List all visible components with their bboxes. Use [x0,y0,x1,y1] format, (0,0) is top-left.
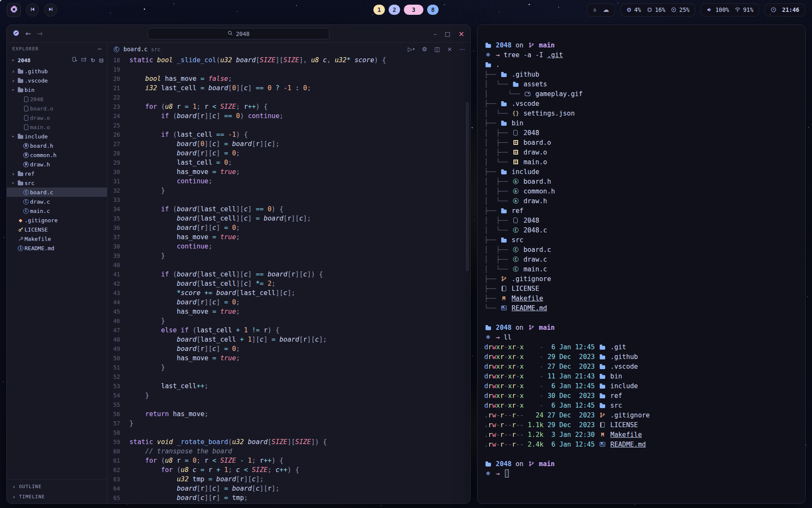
wifi-stat[interactable]: 91% [735,6,753,13]
outline-panel[interactable]: › OUTLINE [7,481,107,491]
launcher-button[interactable] [7,3,21,17]
workspace-1[interactable]: 1 [373,5,385,15]
workspace-3[interactable]: 3 [404,5,423,15]
tree-item-.github[interactable]: ›.github [7,66,107,76]
search-value: 2048 [236,30,250,37]
tree-item-board.c[interactable]: Cboard.c [7,188,107,197]
md-icon: M↓ [599,442,606,447]
code-line: 31 continue; [107,177,470,186]
tree-item-draw.h[interactable]: Hdraw.h [7,160,107,169]
close-button[interactable]: × [458,30,464,38]
split-editor-icon[interactable]: ◫ [434,46,440,52]
mfile-icon: M [599,432,606,438]
folder-icon [599,374,606,379]
code-line: 54 } [107,391,470,400]
editor-titlebar[interactable]: ← → 2048 – □ × [7,25,470,43]
system-stats-widget: ⚙ 4% 16% 25% [620,3,695,17]
chevron-right-icon[interactable]: › [10,68,16,75]
cc-icon: C [512,257,519,262]
chevron-right-icon: › [11,494,17,500]
code-line: 19 [107,65,470,74]
code-line: 23 for (u8 r = 1; r < SIZE; r++) { [107,102,470,111]
code-area[interactable]: 18static bool _slide_col(u32 board[SIZE]… [107,55,470,503]
volume-stat[interactable]: 100% [707,6,729,13]
weather-widget[interactable]: ☁ [587,3,615,17]
tree-item-bin[interactable]: ›bin [7,85,107,94]
disk-value: 25% [679,6,689,13]
collapse-folders-icon[interactable]: ⊟ [99,57,104,64]
run-file-button[interactable]: ▷▾ [408,46,414,52]
code-line: 22 [107,93,470,102]
editor-actions: ▷▾ ⚙ ◫ × ⋯ [408,46,465,52]
chevron-right-icon[interactable]: › [10,77,16,84]
code-line: 43 *score += board[last_cell][c]; [107,288,470,298]
refresh-icon[interactable]: ↻ [91,57,95,64]
code-line: 34 if (board[last_cell][c] == 0) { [107,204,470,214]
tree-item-ref[interactable]: ›ref [7,169,107,178]
project-root-item[interactable]: › 2048 ↻ ⊟ [7,55,107,66]
c-file-icon: C [112,47,120,52]
tab-board-c[interactable]: C board.c src [112,46,160,52]
topbar-right: ☁ ⚙ 4% 16% 25% [587,3,805,17]
tree-item-2048[interactable]: 2048 [7,94,107,104]
workspace-8[interactable]: 8 [427,5,439,15]
workspace-2[interactable]: 2 [389,5,400,15]
chevron-down-icon[interactable]: › [10,133,16,140]
nav-back-icon[interactable]: ← [25,30,31,38]
search-input[interactable]: 2048 [148,28,329,39]
settings-gear-icon[interactable]: ⚙ [422,46,427,52]
cpu-gear-icon: ⚙ [626,6,631,13]
tree-item-.gitignore[interactable]: ◆.gitignore [7,215,107,225]
close-editor-icon[interactable]: × [447,46,452,52]
clock-widget[interactable]: 21:46 [765,3,805,17]
tree-item-src[interactable]: ›src [7,178,107,188]
tree-item-include[interactable]: ›include [7,132,107,141]
topbar: 1238 ☁ ⚙ 4% 16% 25% [0,0,812,19]
code-line: 46 } [107,316,470,326]
code-line: 21 i32 last_cell = board[0][c] == 0 ? -1… [107,83,470,93]
terminal-line: │ ├── draw.o [484,147,797,157]
outline-label: OUTLINE [19,484,41,489]
tree-item-Makefile[interactable]: Makefile [7,234,107,243]
scrollbar[interactable] [466,102,469,271]
weather-drop-icon [593,7,597,13]
minimize-button[interactable]: – [434,30,437,37]
new-folder-icon[interactable] [81,57,87,64]
nav-forward-icon[interactable]: → [37,30,42,38]
media-prev-button[interactable] [26,3,39,17]
tree-item-board.o[interactable]: board.o [7,104,107,113]
tree-item-common.h[interactable]: Hcommon.h [7,150,107,160]
chevron-down-icon[interactable]: › [10,180,16,186]
tree-item-LICENSE[interactable]: LICENSE [7,225,107,234]
tree-item-README.md[interactable]: iREADME.md [7,243,107,253]
tree-item-.vscode[interactable]: ›.vscode [7,76,107,85]
chevron-right-icon[interactable]: › [10,171,16,177]
terminal-line: drwxr-xr-x - 30 Dec 2023 ref [484,391,797,400]
maximize-button[interactable]: □ [445,30,450,37]
media-next-button[interactable] [44,3,57,17]
speaker-icon [707,7,713,13]
cc-icon: C [512,266,519,272]
folder-icon [500,101,508,106]
code-line: 39 } [107,251,470,260]
new-file-icon[interactable] [72,57,77,64]
terminal-line: drwxr-xr-x - 11 Jan 21:43 bin [484,371,797,381]
explorer-title: EXPLORER [12,46,39,52]
tree-item-main.o[interactable]: main.o [7,122,107,132]
terminal-line: │ └── assets [484,79,797,89]
ram-value: 16% [655,6,665,13]
terminal-window[interactable]: 2048 on main❄ → tree -a -I .git .├── .gi… [477,25,806,504]
code-line: 64 board[r][c] = board[c][r]; [107,484,470,493]
tree-item-draw.c[interactable]: Cdraw.c [7,197,107,206]
tree-item-draw.o[interactable]: draw.o [7,113,107,122]
folder-icon [16,78,25,83]
tree-item-main.c[interactable]: Cmain.c [7,206,107,215]
tree-item-board.h[interactable]: Hboard.h [7,141,107,150]
ram-stat: 16% [647,6,665,13]
hh-icon: H [22,143,30,149]
chevron-down-icon[interactable]: › [10,87,16,93]
timeline-panel[interactable]: › TIMELINE [7,491,107,502]
more-actions-icon[interactable]: ⋯ [459,46,465,52]
doc-icon [512,218,519,223]
explorer-more-icon[interactable]: ⋯ [98,45,102,52]
